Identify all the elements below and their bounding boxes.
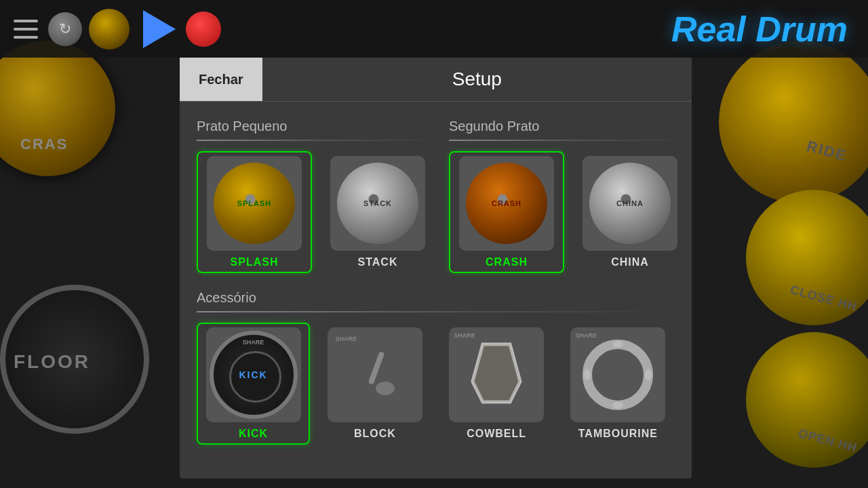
stack-circle: STACK [330,156,425,251]
crash-cymbal-bg [0,41,115,176]
cowbell-circle: SHARE [449,327,544,422]
cowbell-item[interactable]: SHARE COWBELL [440,323,553,445]
splash-circle: SPLASH [207,156,302,251]
prato-pequeno-section: Prato Pequeno SPLASH SPLASH [197,112,435,283]
refresh-button[interactable]: ↻ [48,12,82,46]
stack-cymbal-icon: STACK [337,163,418,244]
kick-item[interactable]: KICK SHARE KICK [197,323,310,445]
menu-button[interactable] [14,20,38,39]
header: ↻ Real Drum [0,0,868,58]
svg-point-7 [612,402,623,409]
splash-label: SPLASH [231,256,279,268]
tambourine-icon: SHARE [574,331,662,419]
svg-point-6 [645,369,652,380]
prato-pequeno-label: Prato Pequeno [197,119,435,134]
segundo-prato-divider [449,140,688,141]
segundo-prato-section: Segundo Prato CRASH CRASH [449,112,688,283]
segundo-prato-label: Segundo Prato [449,119,688,134]
acessorio-divider [197,311,675,312]
floor-label-bg: FLOOR [14,351,90,373]
splash-cymbal-icon: SPLASH [214,163,295,244]
menu-line-2 [14,28,38,30]
china-item[interactable]: CHINA CHINA [572,151,688,273]
crash-label-bg: CRAS [20,136,68,153]
modal-title: Setup [262,68,692,90]
crash-circle: CRASH [459,156,554,251]
acessorio-grid: KICK SHARE KICK SHARE [197,323,675,445]
block-label: BLOCK [354,428,396,440]
block-item[interactable]: SHARE BLOCK [318,323,431,445]
svg-rect-0 [368,351,385,385]
app-title: Real Drum [671,9,848,49]
tambourine-item[interactable]: SHARE TAMBOURINE [561,323,675,445]
stack-item[interactable]: STACK STACK [320,151,435,273]
play-button[interactable] [143,10,176,48]
crash-item[interactable]: CRASH CRASH [449,151,564,273]
splash-item[interactable]: SPLASH SPLASH [197,151,312,273]
right-cymbals-group: RIDE CLOSE HH OPEN HH [705,0,868,488]
china-circle: CHINA [583,156,677,251]
svg-point-5 [612,341,623,348]
cowbell-label: COWBELL [467,428,526,440]
svg-point-1 [376,382,395,395]
stack-label: STACK [358,256,398,268]
kick-drum-icon: KICK SHARE [210,331,298,419]
china-cymbal-icon: CHINA [589,163,671,244]
stop-button[interactable] [186,12,221,47]
tambourine-circle: SHARE [570,327,665,422]
segundo-prato-grid: CRASH CRASH CHINA CHINA [449,151,688,273]
modal-body: Prato Pequeno SPLASH SPLASH [180,102,692,465]
fechar-button[interactable]: Fechar [180,58,262,101]
kick-label: KICK [239,428,268,440]
top-sections: Prato Pequeno SPLASH SPLASH [197,112,675,283]
acessorio-section: Acessório KICK SHARE KICK [197,290,675,445]
china-label: CHINA [611,256,649,268]
crash-mini-icon [89,9,130,49]
ride-cymbal-bg [719,41,868,203]
menu-line-1 [14,20,38,22]
setup-modal: Fechar Setup Prato Pequeno SPLASH [180,58,692,479]
kick-circle: KICK SHARE [206,327,301,422]
crash-cymbal-icon: CRASH [466,163,547,244]
cowbell-icon: SHARE [452,331,540,419]
block-icon: SHARE [331,331,419,419]
modal-header: Fechar Setup [180,58,692,102]
crash-label: CRASH [486,256,528,268]
prato-pequeno-divider [197,140,435,141]
prato-pequeno-grid: SPLASH SPLASH STACK STACK [197,151,435,273]
acessorio-label: Acessório [197,290,675,306]
svg-point-8 [584,369,591,380]
svg-point-4 [587,344,648,405]
menu-line-3 [14,36,38,39]
block-circle: SHARE [328,327,422,422]
tambourine-label: TAMBOURINE [578,428,658,440]
